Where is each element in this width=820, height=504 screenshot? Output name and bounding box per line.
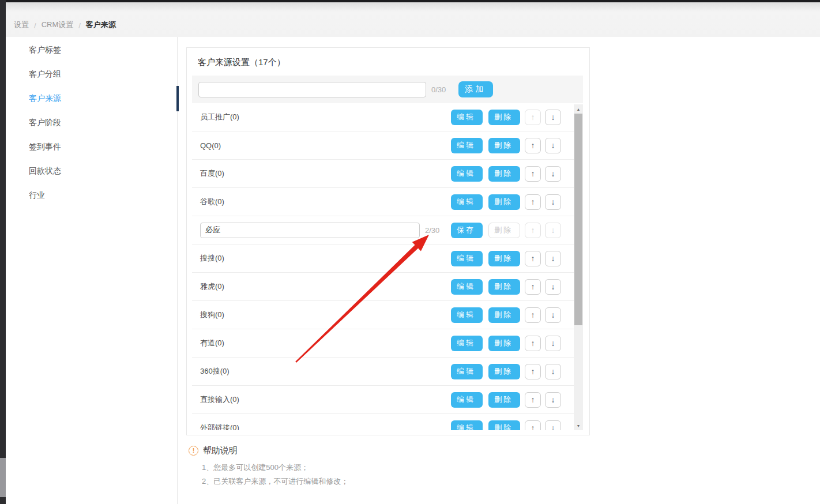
sidebar-item[interactable]: 客户来源 [6,86,177,111]
source-list: 员工推广(0) 编辑 删除 ↑ ↓ QQ(0) 编辑 删除 ↑ ↓ 百度(0) … [192,103,583,430]
source-row: 360搜(0) 编辑 删除 ↑ ↓ [192,358,574,386]
move-down-button[interactable]: ↓ [545,251,561,266]
scroll-up-icon[interactable]: ▲ [574,105,583,114]
delete-button[interactable]: 删除 [488,364,520,379]
edit-button[interactable]: 编辑 [451,138,483,153]
move-up-button[interactable]: ↑ [525,166,541,182]
help-items: 1、您最多可以创建500个来源；2、已关联客户来源，不可进行编辑和修改； [189,462,348,487]
help-item: 2、已关联客户来源，不可进行编辑和修改； [202,476,348,487]
edit-button[interactable]: 编辑 [451,307,483,323]
move-up-button[interactable]: ↑ [525,279,541,295]
sidebar-item[interactable]: 客户标签 [6,38,177,62]
edit-button[interactable]: 编辑 [451,392,483,408]
edit-button[interactable]: 编辑 [451,364,483,379]
breadcrumb-item[interactable]: 设置 [14,20,29,30]
breadcrumb-item: 客户来源 [86,20,116,30]
row-label: 雅虎(0) [200,281,224,292]
panel-title: 客户来源设置（17个） [187,48,589,76]
breadcrumb-separator: / [78,21,81,30]
delete-button[interactable]: 删除 [488,166,520,182]
breadcrumb-separator: / [34,21,36,30]
help-header: ! 帮助说明 [189,445,348,456]
move-up-button[interactable]: ↑ [525,138,541,153]
move-up-button[interactable]: ↑ [525,420,541,431]
move-down-button[interactable]: ↓ [545,420,561,431]
edit-button[interactable]: 编辑 [451,110,483,125]
collapsed-nav-edge [0,0,6,504]
delete-button[interactable]: 删除 [488,336,520,351]
delete-button[interactable]: 删除 [488,251,520,266]
new-source-input[interactable] [198,82,426,97]
delete-button[interactable]: 删除 [488,307,520,323]
move-down-button-disabled: ↓ [545,223,561,238]
sidebar-item[interactable]: 签到事件 [6,135,177,159]
move-up-button[interactable]: ↑ [525,307,541,323]
sidebar-item-label: 回款状态 [29,166,61,176]
edit-button[interactable]: 编辑 [451,166,483,182]
save-button[interactable]: 保存 [451,223,483,238]
move-down-button[interactable]: ↓ [545,392,561,408]
row-actions: 编辑 删除 ↑ ↓ [451,420,561,431]
move-up-button[interactable]: ↑ [525,194,541,210]
move-up-button-disabled: ↑ [525,223,541,238]
move-down-button[interactable]: ↓ [545,166,561,182]
move-down-button[interactable]: ↓ [545,138,561,153]
add-button[interactable]: 添加 [458,81,493,97]
move-up-button[interactable]: ↑ [525,392,541,408]
main-area: 客户来源设置（17个） 0/30 添加 员工推广(0) 编辑 删除 ↑ ↓ QQ… [178,37,820,504]
source-row-editing: 2/30 保存 删除 ↑ ↓ [192,216,574,245]
source-row: 搜狗(0) 编辑 删除 ↑ ↓ [192,301,574,329]
move-down-button[interactable]: ↓ [545,307,561,323]
row-label: QQ(0) [200,141,221,150]
nav-scrollbar-thumb [0,458,6,497]
row-actions: 编辑 删除 ↑ ↓ [451,307,561,323]
sidebar-item-label: 客户阶段 [29,118,61,128]
delete-button[interactable]: 删除 [488,194,520,210]
sidebar-item-label: 客户标签 [29,45,61,55]
edit-button[interactable]: 编辑 [451,194,483,210]
edit-button[interactable]: 编辑 [451,279,483,295]
sidebar-item[interactable]: 客户阶段 [6,111,177,135]
breadcrumb-item[interactable]: CRM设置 [42,20,74,30]
delete-button[interactable]: 删除 [488,392,520,408]
delete-button[interactable]: 删除 [488,110,520,125]
window-top-edge [0,0,820,2]
edit-button[interactable]: 编辑 [451,336,483,351]
delete-button[interactable]: 删除 [488,420,520,431]
sidebar-item[interactable]: 回款状态 [6,159,177,183]
row-label: 搜狗(0) [200,310,224,320]
sidebar-item[interactable]: 行业 [6,183,177,208]
move-up-button[interactable]: ↑ [525,251,541,266]
row-actions: 编辑 删除 ↑ ↓ [451,364,561,379]
move-down-button[interactable]: ↓ [545,364,561,379]
breadcrumb: 设置/CRM设置/客户来源 [6,2,820,37]
add-char-counter: 0/30 [431,85,446,94]
sidebar-item-label: 客户来源 [29,93,61,104]
source-row: 百度(0) 编辑 删除 ↑ ↓ [192,160,574,188]
move-down-button[interactable]: ↓ [545,194,561,210]
edit-row-input[interactable] [200,223,420,238]
delete-button[interactable]: 删除 [488,138,520,153]
move-up-button[interactable]: ↑ [525,364,541,379]
row-label: 360搜(0) [200,366,230,377]
row-actions: 编辑 删除 ↑ ↓ [451,194,561,210]
row-label: 有道(0) [200,338,224,348]
scrollbar-thumb[interactable] [574,114,582,325]
row-label: 谷歌(0) [200,197,224,207]
move-up-button[interactable]: ↑ [525,336,541,351]
scroll-down-icon[interactable]: ▼ [574,422,583,430]
sidebar-item[interactable]: 客户分组 [6,62,177,86]
row-actions: 编辑 删除 ↑ ↓ [451,251,561,266]
edit-button[interactable]: 编辑 [451,420,483,431]
move-up-button: ↑ [525,110,541,125]
content-area: 客户标签客户分组客户来源客户阶段签到事件回款状态行业 客户来源设置（17个） 0… [6,37,820,504]
scrollbar[interactable]: ▲ ▼ [574,104,583,430]
edit-button[interactable]: 编辑 [451,251,483,266]
source-row: 直接输入(0) 编辑 删除 ↑ ↓ [192,386,574,414]
move-down-button[interactable]: ↓ [545,336,561,351]
move-down-button[interactable]: ↓ [545,110,561,125]
settings-sidebar: 客户标签客户分组客户来源客户阶段签到事件回款状态行业 [6,37,178,504]
move-down-button[interactable]: ↓ [545,279,561,295]
delete-button[interactable]: 删除 [488,279,520,295]
edit-char-counter: 2/30 [425,226,439,235]
